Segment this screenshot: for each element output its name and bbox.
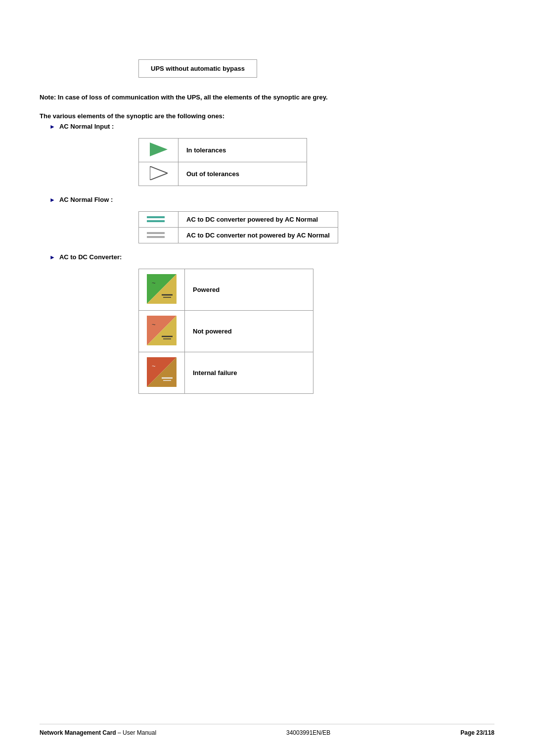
svg-text:~: ~ <box>152 362 156 370</box>
arrow-green-icon <box>150 142 168 156</box>
table-row: AC to DC converter powered by AC Normal <box>139 211 338 227</box>
footer-subtitle: – User Manual <box>116 729 156 736</box>
svg-marker-1 <box>150 166 168 180</box>
icon-cell-powered: ~ <box>139 269 185 310</box>
ac-normal-input-label: AC Normal Input : <box>59 123 114 130</box>
svg-text:~: ~ <box>152 279 156 286</box>
icon-cell-flow-green <box>139 211 178 227</box>
svg-text:~: ~ <box>152 321 156 328</box>
not-powered-label: Not powered <box>185 310 313 352</box>
bullet-arrow-icon: ► <box>49 123 55 130</box>
flow-powered-label: AC to DC converter powered by AC Normal <box>178 211 338 227</box>
table-row: Out of tolerances <box>139 162 307 186</box>
converter-not-powered-icon: ~ <box>147 316 177 345</box>
intro-text: The various elements of the synoptic are… <box>40 112 494 120</box>
icon-cell-flow-grey <box>139 227 178 243</box>
footer-page: Page 23/118 <box>460 729 494 736</box>
note-text: Note: In case of loss of communication w… <box>40 93 494 102</box>
ac-to-dc-table: ~ Powered ~ <box>138 269 313 394</box>
table-row: ~ Internal failure <box>139 352 313 393</box>
ac-normal-input-table: In tolerances Out of tolerances <box>138 138 307 186</box>
ups-title-box: UPS without automatic bypass <box>138 59 257 78</box>
footer-center: 34003991EN/EB <box>286 729 330 736</box>
flow-lines-grey-icon <box>147 232 170 238</box>
table-row: In tolerances <box>139 138 307 162</box>
footer-left: Network Management Card – User Manual <box>40 729 156 736</box>
section-ac-normal-flow: ► AC Normal Flow : <box>49 196 494 203</box>
bullet-arrow-icon-2: ► <box>49 196 55 203</box>
converter-failure-icon: ~ <box>147 357 177 387</box>
ac-to-dc-label: AC to DC Converter: <box>59 253 122 261</box>
table-row: ~ Not powered <box>139 310 313 352</box>
flow-not-powered-label: AC to DC converter not powered by AC Nor… <box>178 227 338 243</box>
flow-lines-green-icon <box>147 216 170 222</box>
table-row: AC to DC converter not powered by AC Nor… <box>139 227 338 243</box>
footer: Network Management Card – User Manual 34… <box>40 724 494 736</box>
section-ac-normal-input: ► AC Normal Input : <box>49 123 494 130</box>
converter-powered-icon: ~ <box>147 274 177 304</box>
ac-normal-flow-table: AC to DC converter powered by AC Normal … <box>138 211 338 243</box>
svg-marker-0 <box>150 142 168 156</box>
icon-cell-not-powered: ~ <box>139 310 185 352</box>
ups-title: UPS without automatic bypass <box>151 65 245 72</box>
icon-cell-out-tolerances <box>139 162 178 186</box>
icon-cell-internal-failure: ~ <box>139 352 185 393</box>
powered-label: Powered <box>185 269 313 310</box>
in-tolerances-label: In tolerances <box>178 138 307 162</box>
ac-normal-flow-label: AC Normal Flow : <box>59 196 113 203</box>
internal-failure-label: Internal failure <box>185 352 313 393</box>
out-tolerances-label: Out of tolerances <box>178 162 307 186</box>
arrow-outline-icon <box>150 166 168 180</box>
table-row: ~ Powered <box>139 269 313 310</box>
icon-cell-in-tolerances <box>139 138 178 162</box>
footer-brand: Network Management Card <box>40 729 116 736</box>
bullet-arrow-icon-3: ► <box>49 254 55 261</box>
section-ac-to-dc: ► AC to DC Converter: <box>49 253 494 261</box>
